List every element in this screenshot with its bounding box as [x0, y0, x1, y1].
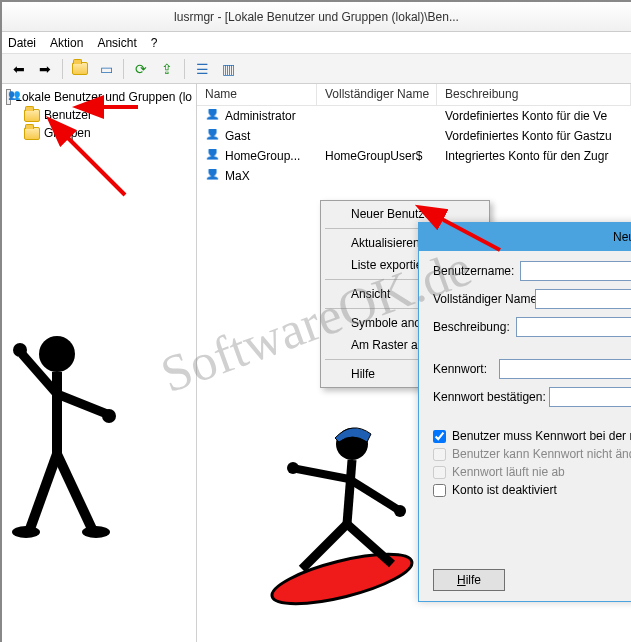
checkbox-disabled[interactable]: Konto ist deaktiviert: [433, 483, 631, 497]
up-button[interactable]: [69, 58, 91, 80]
back-button[interactable]: ⬅: [8, 58, 30, 80]
export-button[interactable]: ⇪: [156, 58, 178, 80]
checkbox-label: Konto ist deaktiviert: [452, 483, 557, 497]
cell-name: Administrator: [225, 109, 296, 123]
svg-point-7: [287, 462, 299, 474]
tree-item-label: Gruppen: [44, 126, 91, 140]
fullname-input[interactable]: [535, 289, 631, 309]
help-pane-button[interactable]: ▥: [217, 58, 239, 80]
checkbox-label: Benutzer muss Kennwort bei der n: [452, 429, 631, 443]
checkbox-cannot-change-box: [433, 448, 446, 461]
folder-icon: [72, 62, 88, 75]
user-icon: [205, 169, 221, 183]
column-header-description[interactable]: Beschreibung: [437, 84, 631, 105]
tree-root-label: Lokale Benutzer und Gruppen (lo: [15, 90, 192, 104]
user-icon: [205, 109, 221, 123]
checkbox-never-expires: Kennwort läuft nie ab: [433, 465, 631, 479]
users-groups-icon: [6, 89, 11, 105]
window-titlebar: lusrmgr - [Lokale Benutzer und Gruppen (…: [2, 2, 631, 32]
confirm-password-input[interactable]: [549, 387, 631, 407]
svg-point-4: [82, 526, 110, 538]
svg-point-3: [12, 526, 40, 538]
toolbar-separator: [62, 59, 63, 79]
list-body: Administrator Vordefiniertes Konto für d…: [197, 106, 631, 186]
svg-point-1: [13, 343, 27, 357]
password-label: Kennwort:: [433, 362, 493, 376]
tree-item-gruppen[interactable]: Gruppen: [4, 124, 194, 142]
checkbox-cannot-change: Benutzer kann Kennwort nicht änd: [433, 447, 631, 461]
refresh-button[interactable]: ⟳: [130, 58, 152, 80]
cell-desc: Vordefiniertes Konto für Gastzu: [437, 129, 631, 143]
menu-help[interactable]: ?: [151, 36, 158, 50]
dialog-title: Neuer B: [613, 230, 631, 244]
decorative-stick-figure: [12, 314, 142, 547]
password-input[interactable]: [499, 359, 631, 379]
list-header: Name Vollständiger Name Beschreibung: [197, 84, 631, 106]
menu-action[interactable]: Aktion: [50, 36, 83, 50]
new-user-dialog: Neuer B Benutzername: Vollständiger Name…: [418, 222, 631, 602]
menu-view[interactable]: Ansicht: [97, 36, 136, 50]
menu-file[interactable]: Datei: [8, 36, 36, 50]
window-title: lusrmgr - [Lokale Benutzer und Gruppen (…: [174, 10, 459, 24]
list-row[interactable]: HomeGroup... HomeGroupUser$ Integriertes…: [197, 146, 631, 166]
forward-button[interactable]: ➡: [34, 58, 56, 80]
show-hide-tree-button[interactable]: ▭: [95, 58, 117, 80]
svg-point-0: [39, 336, 75, 372]
column-header-fullname[interactable]: Vollständiger Name: [317, 84, 437, 105]
svg-point-2: [102, 409, 116, 423]
toolbar: ⬅ ➡ ▭ ⟳ ⇪ ☰ ▥: [2, 54, 631, 84]
user-icon: [205, 129, 221, 143]
list-row[interactable]: Gast Vordefiniertes Konto für Gastzu: [197, 126, 631, 146]
tree-item-label: Benutzer: [44, 108, 92, 122]
toolbar-separator: [123, 59, 124, 79]
user-icon: [205, 149, 221, 163]
cell-desc: Vordefiniertes Konto für die Ve: [437, 109, 631, 123]
list-row[interactable]: MaX: [197, 166, 631, 186]
folder-icon: [24, 127, 40, 140]
properties-button[interactable]: ☰: [191, 58, 213, 80]
checkbox-label: Benutzer kann Kennwort nicht änd: [452, 447, 631, 461]
cell-name: MaX: [225, 169, 250, 183]
confirm-password-label: Kennwort bestätigen:: [433, 390, 543, 404]
fullname-label: Vollständiger Name:: [433, 293, 529, 305]
folder-icon: [24, 109, 40, 122]
description-label: Beschreibung:: [433, 320, 510, 334]
cell-fullname: HomeGroupUser$: [317, 149, 437, 163]
username-input[interactable]: [520, 261, 631, 281]
dialog-titlebar[interactable]: Neuer B: [419, 223, 631, 251]
svg-point-6: [336, 428, 368, 460]
tree-item-benutzer[interactable]: Benutzer: [4, 106, 194, 124]
cell-desc: Integriertes Konto für den Zugr: [437, 149, 631, 163]
menu-bar: Datei Aktion Ansicht ?: [2, 32, 631, 54]
svg-point-8: [394, 505, 406, 517]
toolbar-separator: [184, 59, 185, 79]
checkbox-label: Kennwort läuft nie ab: [452, 465, 565, 479]
checkbox-must-change-box[interactable]: [433, 430, 446, 443]
column-header-name[interactable]: Name: [197, 84, 317, 105]
svg-point-5: [268, 544, 416, 614]
help-button[interactable]: Hilfe: [433, 569, 505, 591]
username-label: Benutzername:: [433, 264, 514, 278]
list-row[interactable]: Administrator Vordefiniertes Konto für d…: [197, 106, 631, 126]
description-input[interactable]: [516, 317, 631, 337]
cell-name: HomeGroup...: [225, 149, 300, 163]
checkbox-never-expires-box: [433, 466, 446, 479]
checkbox-disabled-box[interactable]: [433, 484, 446, 497]
help-button-rest: ilfe: [466, 573, 481, 587]
tree-root[interactable]: Lokale Benutzer und Gruppen (lo: [4, 88, 194, 106]
cell-name: Gast: [225, 129, 250, 143]
checkbox-must-change[interactable]: Benutzer muss Kennwort bei der n: [433, 429, 631, 443]
tree-pane: Lokale Benutzer und Gruppen (lo Benutzer…: [2, 84, 197, 642]
